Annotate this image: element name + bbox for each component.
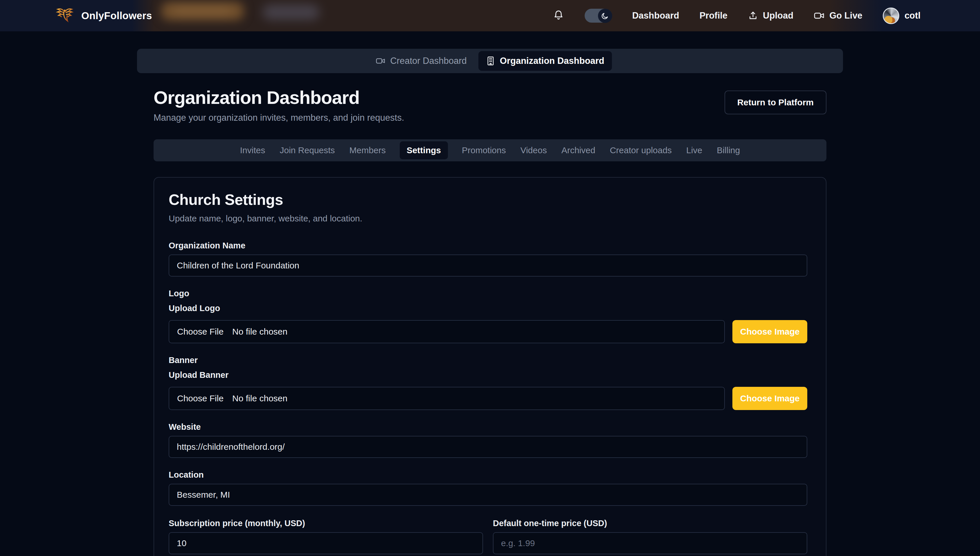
blurred-element xyxy=(161,2,244,20)
tab-live[interactable]: Live xyxy=(686,141,703,159)
video-camera-icon xyxy=(376,57,385,65)
choose-file-button[interactable]: Choose File xyxy=(177,327,223,337)
moon-icon xyxy=(601,12,609,20)
nav-dashboard-label: Dashboard xyxy=(632,10,679,21)
location-label: Location xyxy=(169,470,807,480)
creator-dashboard-label: Creator Dashboard xyxy=(390,56,467,66)
notifications-bell-icon[interactable] xyxy=(553,9,564,22)
website-label: Website xyxy=(169,422,807,432)
tab-join-requests[interactable]: Join Requests xyxy=(279,141,336,159)
organization-dashboard-label: Organization Dashboard xyxy=(500,56,604,66)
tab-billing[interactable]: Billing xyxy=(716,141,741,159)
banner-choose-image-button[interactable]: Choose Image xyxy=(733,387,807,410)
nav-upload-label: Upload xyxy=(763,10,793,21)
blurred-element xyxy=(263,5,319,20)
subscription-price-input[interactable] xyxy=(169,532,483,554)
dark-mode-toggle[interactable] xyxy=(585,9,612,23)
subscription-price-label: Subscription price (monthly, USD) xyxy=(169,519,483,528)
one-time-price-label: Default one-time price (USD) xyxy=(493,519,807,528)
card-subtitle: Update name, logo, banner, website, and … xyxy=(169,213,807,223)
username: cotl xyxy=(904,10,920,21)
tab-promotions[interactable]: Promotions xyxy=(461,141,506,159)
organization-dashboard-switch[interactable]: Organization Dashboard xyxy=(479,51,612,71)
org-tabs-bar: Invites Join Requests Members Settings P… xyxy=(154,139,826,162)
nav-go-live-label: Go Live xyxy=(830,10,862,21)
upload-banner-label: Upload Banner xyxy=(169,370,807,380)
tab-videos[interactable]: Videos xyxy=(520,141,547,159)
banner-file-input[interactable]: Choose File No file chosen xyxy=(169,387,725,410)
file-status-text: No file chosen xyxy=(232,393,287,403)
tab-creator-uploads[interactable]: Creator uploads xyxy=(609,141,672,159)
upload-logo-label: Upload Logo xyxy=(169,304,807,313)
tab-settings[interactable]: Settings xyxy=(400,141,448,159)
church-settings-card: Church Settings Update name, logo, banne… xyxy=(154,177,826,556)
video-camera-icon xyxy=(813,11,825,21)
website-input[interactable] xyxy=(169,436,807,458)
logo-section-label: Logo xyxy=(169,289,807,298)
toggle-knob xyxy=(598,9,612,23)
brand-name: OnlyFollowers xyxy=(81,10,152,21)
nav-profile-link[interactable]: Profile xyxy=(700,10,728,21)
creator-dashboard-switch[interactable]: Creator Dashboard xyxy=(368,51,474,71)
nav-profile-label: Profile xyxy=(700,10,728,21)
tab-invites[interactable]: Invites xyxy=(239,141,266,159)
phoenix-logo-icon xyxy=(56,7,74,24)
tab-archived[interactable]: Archived xyxy=(561,141,596,159)
dashboard-view-switcher: Creator Dashboard Organization Dashboard xyxy=(137,49,843,73)
location-input[interactable] xyxy=(169,484,807,506)
logo-file-input[interactable]: Choose File No file chosen xyxy=(169,320,725,343)
building-icon xyxy=(486,56,495,66)
organization-name-input[interactable] xyxy=(169,254,807,276)
one-time-price-input[interactable] xyxy=(493,532,807,554)
tab-members[interactable]: Members xyxy=(349,141,387,159)
page-title: Organization Dashboard xyxy=(154,87,404,108)
nav-upload-link[interactable]: Upload xyxy=(748,10,793,21)
top-navbar: OnlyFollowers Dashboard Profile xyxy=(0,0,980,31)
nav-dashboard-link[interactable]: Dashboard xyxy=(632,10,679,21)
return-to-platform-button[interactable]: Return to Platform xyxy=(724,91,826,114)
logo-choose-image-button[interactable]: Choose Image xyxy=(733,320,807,343)
page-subtitle: Manage your organization invites, member… xyxy=(154,113,404,123)
page-header: Organization Dashboard Manage your organ… xyxy=(154,87,826,123)
organization-name-label: Organization Name xyxy=(169,241,807,251)
choose-file-button[interactable]: Choose File xyxy=(177,393,223,403)
nav-go-live-link[interactable]: Go Live xyxy=(813,10,862,21)
avatar xyxy=(883,8,899,24)
upload-icon xyxy=(748,10,758,21)
file-status-text: No file chosen xyxy=(232,327,287,337)
card-title: Church Settings xyxy=(169,191,807,208)
user-menu[interactable]: cotl xyxy=(883,8,920,24)
banner-section-label: Banner xyxy=(169,356,807,365)
